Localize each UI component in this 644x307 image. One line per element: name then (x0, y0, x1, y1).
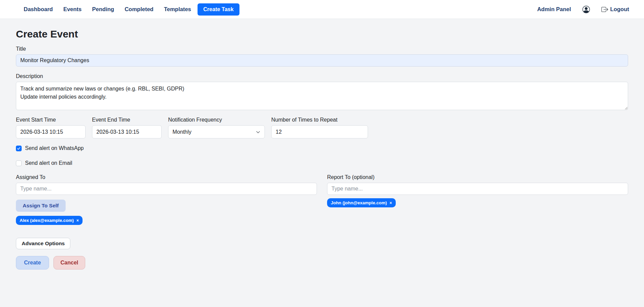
report-to-user-chip: John (john@example.com) × (327, 198, 396, 207)
notification-frequency-select[interactable]: Monthly (168, 125, 265, 138)
description-textarea[interactable]: Track and summarize new laws or changes … (16, 82, 628, 110)
description-field-group: Description Track and summarize new laws… (16, 73, 628, 110)
end-time-field-group: Event End Time (92, 117, 162, 138)
create-button[interactable]: Create (16, 256, 49, 270)
assigned-user-chip: Alex (alex@example.com) × (16, 216, 83, 225)
create-task-button[interactable]: Create Task (198, 3, 239, 16)
notification-frequency-label: Notification Frequency (168, 117, 265, 123)
advance-options-row: Advance Options (16, 225, 628, 249)
advance-options-button[interactable]: Advance Options (16, 238, 70, 249)
nav-link-events[interactable]: Events (63, 6, 82, 12)
assign-self-row: Assign To Self (16, 195, 317, 212)
assigned-to-input[interactable] (16, 183, 317, 195)
whatsapp-checkbox[interactable] (16, 146, 22, 151)
cancel-button[interactable]: Cancel (53, 256, 85, 270)
remove-assigned-user-icon[interactable]: × (76, 219, 79, 223)
logout-button[interactable]: Logout (601, 6, 629, 13)
logout-icon (601, 6, 608, 13)
email-checkbox[interactable] (16, 160, 22, 166)
assigned-user-chip-label: Alex (alex@example.com) (20, 218, 74, 223)
email-alert-row: Send alert on Email (16, 160, 628, 166)
report-to-chips: John (john@example.com) × (327, 195, 628, 207)
admin-panel-link[interactable]: Admin Panel (537, 6, 571, 12)
start-time-input[interactable] (16, 125, 86, 138)
title-input[interactable] (16, 54, 628, 67)
title-field-group: Title (16, 46, 628, 67)
logout-label: Logout (610, 6, 629, 12)
end-time-label: Event End Time (92, 117, 162, 123)
report-to-label: Report To (optional) (327, 174, 628, 180)
nav-link-completed[interactable]: Completed (124, 6, 153, 12)
user-avatar-icon[interactable] (582, 6, 590, 13)
email-checkbox-label: Send alert on Email (25, 160, 72, 166)
nav-link-dashboard[interactable]: Dashboard (24, 6, 53, 12)
navbar-right: Admin Panel Logout (537, 6, 629, 13)
report-to-input[interactable] (327, 183, 628, 195)
start-time-field-group: Event Start Time (16, 117, 86, 138)
top-navbar: Dashboard Events Pending Completed Templ… (0, 0, 644, 19)
description-label: Description (16, 73, 628, 79)
end-time-input[interactable] (92, 125, 162, 138)
whatsapp-checkbox-label: Send alert on WhatsApp (25, 145, 84, 151)
start-time-label: Event Start Time (16, 117, 86, 123)
report-to-section: Report To (optional) John (john@example.… (327, 174, 628, 225)
nav-links: Dashboard Events Pending Completed Templ… (24, 3, 239, 16)
chevron-down-icon (256, 130, 260, 134)
whatsapp-alert-row: Send alert on WhatsApp (16, 145, 628, 151)
repeat-count-field-group: Number of Times to Repeat (271, 117, 368, 138)
nav-link-pending[interactable]: Pending (92, 6, 114, 12)
title-label: Title (16, 46, 628, 52)
time-settings-row: Event Start Time Event End Time Notifica… (16, 117, 628, 138)
repeat-count-label: Number of Times to Repeat (271, 117, 368, 123)
notification-frequency-field-group: Notification Frequency Monthly (168, 117, 265, 138)
page-title: Create Event (16, 28, 628, 40)
create-event-page: Create Event Title Description Track and… (0, 19, 644, 270)
form-actions: Create Cancel (16, 256, 628, 270)
assignment-section: Assigned To Assign To Self Alex (alex@ex… (16, 174, 628, 225)
assigned-to-label: Assigned To (16, 174, 317, 180)
assigned-chips: Alex (alex@example.com) × (16, 212, 317, 225)
notification-frequency-value: Monthly (172, 129, 191, 135)
report-to-user-chip-label: John (john@example.com) (331, 200, 387, 205)
assigned-to-section: Assigned To Assign To Self Alex (alex@ex… (16, 174, 317, 225)
nav-link-templates[interactable]: Templates (164, 6, 191, 12)
repeat-count-input[interactable] (271, 125, 368, 138)
remove-report-to-user-icon[interactable]: × (390, 201, 392, 205)
assign-to-self-button[interactable]: Assign To Self (16, 200, 66, 212)
